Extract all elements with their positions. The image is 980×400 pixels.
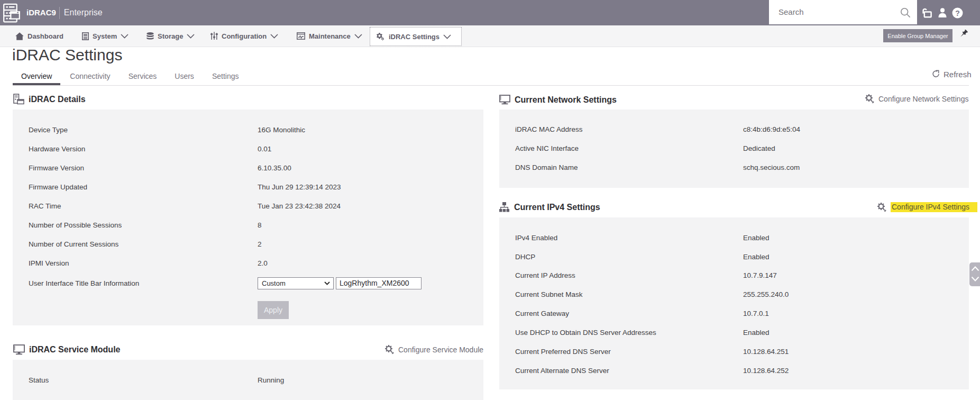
svg-text:?: ?	[955, 8, 960, 17]
